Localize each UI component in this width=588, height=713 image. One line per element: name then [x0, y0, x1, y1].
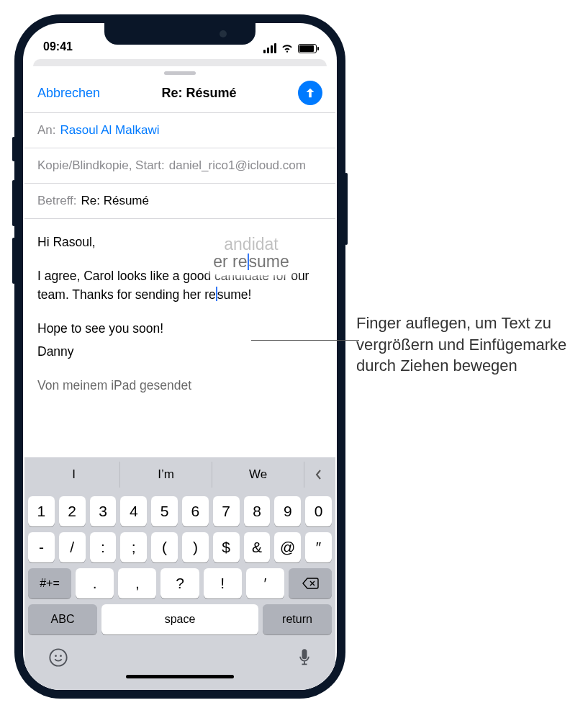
callout-text: Finger auflegen, um Text zu vergrößern u…: [356, 313, 579, 377]
svg-point-2: [60, 655, 62, 657]
svg-point-0: [50, 649, 66, 665]
body-line: I agree, Carol looks like a good candida…: [37, 267, 322, 304]
emoji-icon[interactable]: [48, 647, 68, 668]
chevron-left-icon: [314, 469, 322, 480]
from-value: daniel_rico1@icloud.com: [169, 158, 306, 173]
keyboard: I I’m We 1 2 3 4 5 6 7: [24, 457, 335, 690]
key[interactable]: !: [204, 568, 242, 598]
cellular-icon: [263, 43, 276, 53]
cancel-button[interactable]: Abbrechen: [37, 86, 100, 101]
body-line: Danny: [37, 343, 322, 361]
key[interactable]: &: [244, 532, 271, 562]
home-indicator[interactable]: [126, 675, 234, 678]
compose-sheet: Abbrechen Re: Résumé An: Rasoul Al Malka…: [24, 66, 335, 690]
key[interactable]: ;: [120, 532, 147, 562]
nav-bar: Abbrechen Re: Résumé: [24, 78, 335, 112]
status-time: 09:41: [43, 40, 73, 53]
to-field[interactable]: An: Rasoul Al Malkawi: [24, 113, 335, 148]
cc-bcc-from-field[interactable]: Kopie/Blindkopie, Start: daniel_rico1@ic…: [24, 148, 335, 184]
key-row: #+= . , ? ! ′: [28, 568, 332, 598]
send-button[interactable]: [298, 81, 322, 105]
key[interactable]: 1: [28, 496, 55, 526]
backspace-icon: [302, 577, 319, 590]
to-label: An:: [37, 123, 56, 138]
key-row: 1 2 3 4 5 6 7 8 9 0: [28, 496, 332, 526]
subject-value: Re: Résumé: [81, 194, 149, 208]
volume-up: [12, 180, 15, 226]
background-card: [33, 59, 327, 66]
front-camera: [220, 30, 227, 37]
key[interactable]: .: [76, 568, 114, 598]
key[interactable]: 9: [274, 496, 301, 526]
suggestion[interactable]: I’m: [120, 462, 212, 488]
svg-point-1: [55, 655, 57, 657]
header-fields: An: Rasoul Al Malkawi Kopie/Blindkopie, …: [24, 112, 335, 219]
suggestion[interactable]: We: [212, 462, 304, 488]
suggestion-bar: I I’m We: [28, 462, 332, 490]
mute-switch: [12, 137, 15, 161]
volume-down: [12, 238, 15, 284]
key[interactable]: 8: [244, 496, 271, 526]
key[interactable]: 4: [120, 496, 147, 526]
phone-frame: 09:41 Abbrechen Re: Résumé: [14, 14, 345, 699]
subject-label: Betreff:: [37, 194, 77, 208]
key[interactable]: 6: [182, 496, 209, 526]
cc-label: Kopie/Blindkopie, Start:: [37, 158, 165, 173]
key[interactable]: ): [182, 532, 209, 562]
key[interactable]: (: [151, 532, 178, 562]
screen: 09:41 Abbrechen Re: Résumé: [23, 23, 337, 690]
body-line: Hi Rasoul,: [37, 233, 322, 251]
arrow-up-icon: [304, 86, 317, 99]
key[interactable]: @: [274, 532, 301, 562]
backspace-key[interactable]: [289, 568, 332, 598]
return-key[interactable]: return: [263, 604, 332, 634]
space-key[interactable]: space: [101, 604, 258, 634]
suggestion-collapse[interactable]: [304, 462, 332, 488]
key[interactable]: ″: [305, 532, 332, 562]
key-row: - / : ; ( ) $ & @ ″: [28, 532, 332, 562]
keyboard-toolbar: [28, 634, 332, 668]
battery-icon: [298, 44, 317, 53]
key[interactable]: ,: [118, 568, 156, 598]
notch: [104, 23, 255, 45]
compose-title: Re: Résumé: [162, 86, 237, 101]
body-signature: Von meinem iPad gesendet: [37, 377, 322, 395]
key[interactable]: $: [213, 532, 240, 562]
dictation-icon[interactable]: [297, 647, 312, 668]
side-button: [345, 173, 348, 245]
key[interactable]: 7: [213, 496, 240, 526]
key[interactable]: -: [28, 532, 55, 562]
key[interactable]: ′: [246, 568, 284, 598]
key[interactable]: 2: [59, 496, 86, 526]
wifi-icon: [281, 43, 294, 53]
key[interactable]: /: [59, 532, 86, 562]
to-recipient[interactable]: Rasoul Al Malkawi: [60, 123, 160, 138]
symbols-key[interactable]: #+=: [28, 568, 71, 598]
suggestion[interactable]: I: [28, 462, 120, 488]
message-body[interactable]: andidat er resume Hi Rasoul, I agree, Ca…: [24, 219, 335, 457]
subject-field[interactable]: Betreff: Re: Résumé: [24, 184, 335, 219]
key-row: ABC space return: [28, 604, 332, 634]
sheet-grabber[interactable]: [164, 71, 196, 75]
svg-rect-3: [302, 649, 307, 659]
abc-key[interactable]: ABC: [28, 604, 97, 634]
key[interactable]: 3: [90, 496, 117, 526]
body-line: Hope to see you soon!: [37, 320, 322, 338]
callout-leader-line: [251, 340, 359, 341]
key[interactable]: 0: [305, 496, 332, 526]
key[interactable]: ?: [160, 568, 199, 598]
key[interactable]: 5: [151, 496, 178, 526]
key[interactable]: :: [90, 532, 117, 562]
